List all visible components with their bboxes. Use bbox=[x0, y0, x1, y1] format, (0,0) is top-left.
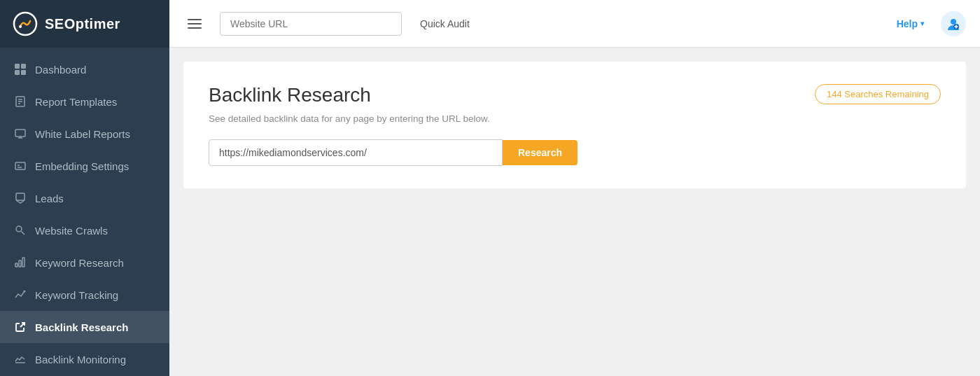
svg-rect-20 bbox=[19, 260, 21, 267]
user-avatar[interactable] bbox=[941, 11, 966, 36]
svg-rect-19 bbox=[15, 263, 18, 267]
embedding-icon bbox=[14, 160, 27, 172]
sidebar-item-backlink-research[interactable]: Backlink Research bbox=[0, 311, 169, 343]
svg-rect-13 bbox=[15, 162, 25, 169]
leads-icon bbox=[14, 192, 27, 204]
sidebar-item-leads[interactable]: Leads bbox=[0, 182, 169, 214]
content-card: Backlink Research 144 Searches Remaining… bbox=[183, 62, 966, 188]
card-subtitle: See detailed backlink data for any page … bbox=[209, 113, 941, 124]
sidebar-item-leads-label: Leads bbox=[35, 193, 64, 204]
svg-rect-4 bbox=[15, 70, 20, 75]
sidebar-item-backlink-research-label: Backlink Research bbox=[35, 321, 128, 333]
dashboard-icon bbox=[14, 63, 27, 76]
report-templates-icon bbox=[14, 95, 27, 108]
main-area: Quick Audit Help ▾ Backlink Research 144… bbox=[169, 0, 980, 376]
sidebar-item-embedding[interactable]: Embedding Settings bbox=[0, 150, 169, 182]
svg-point-1 bbox=[19, 25, 22, 28]
sidebar-item-report-templates[interactable]: Report Templates bbox=[0, 85, 169, 118]
help-button[interactable]: Help ▾ bbox=[897, 18, 924, 29]
svg-rect-10 bbox=[15, 130, 25, 137]
sidebar-item-website-crawls[interactable]: Website Crawls bbox=[0, 214, 169, 246]
svg-rect-2 bbox=[15, 64, 20, 69]
sidebar-item-keyword-research-label: Keyword Research bbox=[35, 257, 124, 269]
svg-rect-21 bbox=[22, 258, 24, 267]
seoptimer-logo-icon bbox=[13, 11, 38, 36]
sidebar-item-keyword-tracking[interactable]: Keyword Tracking bbox=[0, 279, 169, 311]
help-label: Help bbox=[897, 18, 918, 29]
hamburger-line-3 bbox=[188, 27, 202, 29]
sidebar-item-embedding-label: Embedding Settings bbox=[35, 160, 129, 172]
svg-point-24 bbox=[951, 19, 956, 25]
search-row: Research bbox=[209, 139, 941, 166]
sidebar-item-backlink-monitoring[interactable]: Backlink Monitoring bbox=[0, 343, 169, 375]
hamburger-line-1 bbox=[188, 19, 202, 20]
svg-rect-16 bbox=[16, 193, 24, 200]
logo-text: SEOptimer bbox=[45, 16, 120, 32]
website-crawls-icon bbox=[14, 224, 27, 237]
card-header: Backlink Research 144 Searches Remaining bbox=[209, 84, 941, 106]
sidebar-item-website-crawls-label: Website Crawls bbox=[35, 225, 108, 237]
searches-remaining-badge: 144 Searches Remaining bbox=[815, 84, 941, 104]
sidebar-item-keyword-research[interactable]: Keyword Research bbox=[0, 246, 169, 279]
sidebar-item-backlink-monitoring-label: Backlink Monitoring bbox=[35, 354, 126, 365]
sidebar-navigation: Dashboard Report Templates White Label R… bbox=[0, 48, 169, 375]
svg-rect-3 bbox=[21, 64, 26, 69]
quick-audit-button[interactable]: Quick Audit bbox=[410, 13, 479, 35]
keyword-research-icon bbox=[14, 256, 27, 269]
hamburger-button[interactable] bbox=[183, 15, 206, 33]
sidebar-item-white-label[interactable]: White Label Reports bbox=[0, 118, 169, 150]
chevron-down-icon: ▾ bbox=[920, 20, 924, 27]
hamburger-line-2 bbox=[188, 23, 202, 25]
svg-rect-5 bbox=[21, 70, 26, 75]
content-area: Backlink Research 144 Searches Remaining… bbox=[169, 48, 980, 376]
white-label-icon bbox=[14, 127, 27, 140]
backlink-research-icon bbox=[14, 321, 27, 333]
sidebar-logo: SEOptimer bbox=[0, 0, 169, 48]
sidebar-item-white-label-label: White Label Reports bbox=[35, 128, 130, 140]
website-url-input[interactable] bbox=[220, 12, 402, 36]
sidebar-item-dashboard[interactable]: Dashboard bbox=[0, 53, 169, 85]
keyword-tracking-icon bbox=[14, 288, 27, 301]
sidebar: SEOptimer Dashboard Report Templates Whi… bbox=[0, 0, 169, 376]
research-button[interactable]: Research bbox=[503, 140, 578, 165]
user-avatar-icon bbox=[946, 16, 961, 32]
svg-point-17 bbox=[16, 226, 22, 232]
svg-point-22 bbox=[24, 291, 26, 293]
svg-line-18 bbox=[22, 232, 25, 235]
backlink-url-input[interactable] bbox=[209, 139, 503, 166]
backlink-monitoring-icon bbox=[14, 353, 27, 365]
page-title: Backlink Research bbox=[209, 84, 371, 106]
sidebar-item-dashboard-label: Dashboard bbox=[35, 64, 86, 76]
sidebar-item-report-templates-label: Report Templates bbox=[35, 96, 117, 108]
topbar: Quick Audit Help ▾ bbox=[169, 0, 980, 48]
sidebar-item-keyword-tracking-label: Keyword Tracking bbox=[35, 289, 118, 301]
